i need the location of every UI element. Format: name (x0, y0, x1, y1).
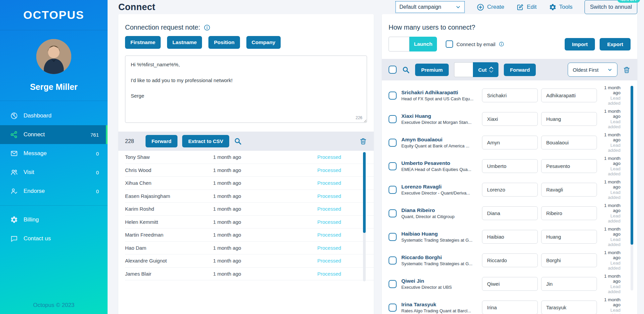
forward-button[interactable]: Forward (504, 64, 536, 76)
cut-button[interactable]: Cut (473, 62, 498, 77)
user-name-link[interactable]: Diana Ribeiro (401, 207, 482, 213)
last-name-field[interactable] (541, 136, 597, 149)
user-checkbox[interactable] (389, 233, 397, 241)
scrollbar-thumb[interactable] (363, 152, 366, 233)
note-textarea[interactable]: Hi %%first_name%%, I'd like to add you t… (125, 56, 367, 123)
user-checkbox[interactable] (389, 115, 397, 123)
search-icon[interactable] (234, 137, 242, 145)
user-name-link[interactable]: Haibiao Huang (401, 231, 482, 237)
launch-button[interactable]: Launch (409, 37, 437, 51)
content-columns: Connection request note: Firstname Lastn… (118, 14, 637, 314)
table-row[interactable]: James Blair 1 month ago Processed (125, 268, 374, 281)
user-name-link[interactable]: Qiwei Jin (401, 278, 482, 284)
user-checkbox[interactable] (389, 162, 397, 170)
sidebar-item-message[interactable]: Message 0 (0, 144, 108, 163)
last-name-field[interactable] (541, 183, 597, 197)
company-variable-button[interactable]: Company (246, 36, 281, 49)
last-name-field[interactable] (541, 206, 597, 220)
avatar[interactable] (36, 39, 71, 74)
trash-icon[interactable] (623, 66, 631, 74)
first-name-field[interactable] (482, 277, 538, 291)
import-button[interactable]: Import (565, 38, 595, 50)
first-name-field[interactable] (482, 206, 538, 220)
sidebar-item-connect[interactable]: Connect 761 (0, 125, 108, 144)
sidebar-item-visit[interactable]: Visit 0 (0, 163, 108, 182)
user-name-link[interactable]: Irina Tarasyuk (401, 302, 482, 308)
user-identity: Umberto Pesavento EMEA Head of Cash Equi… (401, 160, 482, 172)
search-icon[interactable] (402, 66, 410, 74)
lastname-variable-button[interactable]: Lastname (167, 36, 202, 49)
user-name-link[interactable]: Lorenzo Ravagli (401, 184, 482, 190)
first-name-field[interactable] (482, 183, 538, 197)
table-row[interactable]: Tony Shaw 1 month ago Processed (125, 151, 374, 164)
table-row[interactable]: Hao Dam 1 month ago Processed (125, 242, 374, 255)
first-name-field[interactable] (482, 253, 538, 267)
first-name-field[interactable] (482, 301, 538, 314)
cut-stepper[interactable] (489, 66, 493, 73)
campaign-select-value: Default campaign (399, 4, 441, 10)
last-name-field[interactable] (541, 301, 597, 314)
extract-to-csv-button[interactable]: Extract to CSV (182, 135, 229, 147)
last-name-field[interactable] (541, 159, 597, 173)
table-row[interactable]: Karim Roshd 1 month ago Processed (125, 203, 374, 216)
first-name-field[interactable] (482, 230, 538, 244)
users-count-input[interactable] (389, 37, 409, 51)
forward-button[interactable]: Forward (146, 135, 177, 147)
char-count: 226 (356, 115, 362, 120)
trash-icon[interactable] (359, 137, 367, 145)
first-name-field[interactable] (482, 89, 538, 102)
caret-down-icon[interactable] (489, 70, 493, 73)
table-row[interactable]: Chris Wood 1 month ago Processed (125, 164, 374, 177)
connect-by-email-checkbox[interactable] (446, 40, 453, 48)
user-name-link[interactable]: Xiaxi Huang (401, 113, 482, 119)
first-name-field[interactable] (482, 136, 538, 149)
chat-icon (10, 235, 18, 243)
last-name-field[interactable] (541, 89, 597, 102)
info-icon[interactable] (499, 41, 504, 47)
select-all-checkbox[interactable] (389, 66, 397, 74)
last-name-field[interactable] (541, 230, 597, 244)
sidebar-item-contact-us[interactable]: Contact us (0, 229, 108, 248)
table-row[interactable]: Alexandre Guignot 1 month ago Processed (125, 254, 374, 268)
user-name-link[interactable]: Srichakri Adhikarapatti (401, 90, 482, 96)
last-name-field[interactable] (541, 253, 597, 267)
campaign-select[interactable]: Default campaign (396, 1, 465, 13)
position-variable-button[interactable]: Position (208, 36, 240, 49)
premium-button[interactable]: Premium (415, 64, 449, 76)
caret-up-icon[interactable] (489, 66, 493, 69)
sidebar-item-endorse[interactable]: Endorse 0 (0, 182, 108, 201)
user-checkbox[interactable] (389, 280, 397, 288)
table-row[interactable]: Helen Kemmitt 1 month ago Processed (125, 216, 374, 229)
export-button[interactable]: Export (600, 38, 631, 50)
create-button[interactable]: Create (477, 3, 504, 11)
user-name-link[interactable]: Umberto Pesavento (401, 160, 482, 166)
user-checkbox[interactable] (389, 304, 397, 312)
user-name-link[interactable]: Amyn Boualaoui (401, 137, 482, 143)
firstname-variable-button[interactable]: Firstname (125, 36, 161, 49)
sidebar-item-billing[interactable]: Billing (0, 210, 108, 229)
user-checkbox[interactable] (389, 186, 397, 194)
first-name-field[interactable] (482, 159, 538, 173)
edit-button[interactable]: Edit (516, 3, 536, 11)
sidebar-item-dashboard[interactable]: Dashboard (0, 106, 108, 125)
first-name-field[interactable] (482, 112, 538, 126)
table-row[interactable]: Xihua Chen 1 month ago Processed (125, 177, 374, 190)
scrollbar-thumb[interactable] (631, 86, 633, 245)
user-checkbox[interactable] (389, 256, 397, 265)
scrollbar-track[interactable] (363, 152, 366, 281)
lead-status: Lead added (600, 166, 620, 176)
cut-count-input[interactable] (454, 62, 473, 77)
last-name-field[interactable] (541, 112, 597, 126)
user-name-link[interactable]: Riccardo Borghi (401, 254, 482, 260)
tools-button[interactable]: Tools (549, 3, 573, 11)
sort-order-select[interactable]: Oldest First (568, 63, 617, 77)
user-checkbox[interactable] (389, 92, 397, 100)
scrollbar-track[interactable] (631, 86, 633, 290)
user-checkbox[interactable] (389, 209, 397, 217)
last-name-field[interactable] (541, 277, 597, 291)
info-icon[interactable] (204, 24, 210, 31)
table-row[interactable]: Martin Freedman 1 month ago Processed (125, 229, 374, 242)
table-row[interactable]: Easen Rajasingham 1 month ago Processed (125, 190, 374, 203)
status-badge: Processed (317, 206, 341, 212)
user-checkbox[interactable] (389, 139, 397, 147)
